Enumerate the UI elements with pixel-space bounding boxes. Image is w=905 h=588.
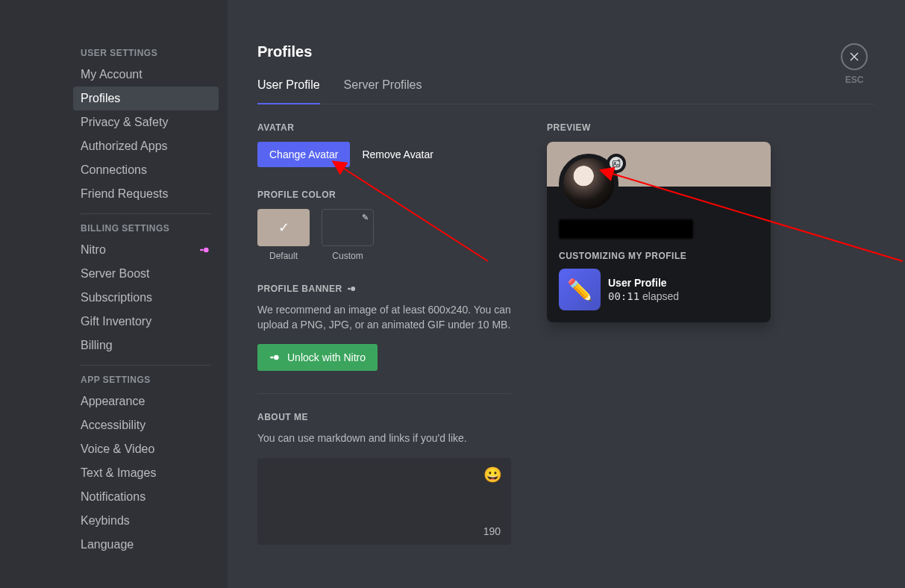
svg-point-6 xyxy=(274,355,279,360)
sidebar-item-accessibility[interactable]: Accessibility xyxy=(73,413,219,437)
profile-color-custom[interactable]: ✎ xyxy=(322,209,374,246)
svg-rect-1 xyxy=(200,249,203,251)
sidebar-item-billing[interactable]: Billing xyxy=(73,334,219,357)
pencil-icon: ✎ xyxy=(362,213,369,222)
sidebar-header-billing: BILLING SETTINGS xyxy=(73,220,219,238)
default-color-label: Default xyxy=(257,251,310,261)
custom-color-label: Custom xyxy=(322,251,374,261)
profile-tabs: User Profile Server Profiles xyxy=(257,78,875,104)
sidebar-item-nitro[interactable]: Nitro xyxy=(73,238,219,262)
upload-banner-button[interactable] xyxy=(607,154,626,173)
close-icon xyxy=(848,51,860,63)
sidebar-header-app: APP SETTINGS xyxy=(73,372,219,390)
profile-preview-card: CUSTOMIZING MY PROFILE ✏️ User Profile 0… xyxy=(547,142,771,322)
profile-color-default[interactable]: ✓ xyxy=(257,209,310,246)
sidebar-item-appearance[interactable]: Appearance xyxy=(73,390,219,413)
tab-server-profiles[interactable]: Server Profiles xyxy=(344,78,422,104)
page-title: Profiles xyxy=(257,43,875,60)
sidebar-item-notifications[interactable]: Notifications xyxy=(73,485,219,509)
emoji-picker-icon[interactable]: 😀 xyxy=(483,466,502,484)
profile-banner-header: PROFILE BANNER xyxy=(257,284,511,294)
sidebar-header-user: USER SETTINGS xyxy=(73,45,219,63)
sidebar-item-friend-requests[interactable]: Friend Requests xyxy=(73,182,219,206)
nitro-icon xyxy=(269,351,281,363)
profile-color-header: PROFILE COLOR xyxy=(257,190,511,200)
sidebar-item-profiles[interactable]: Profiles xyxy=(73,87,219,110)
svg-point-0 xyxy=(204,248,209,253)
tab-user-profile[interactable]: User Profile xyxy=(257,78,320,104)
activity-icon: ✏️ xyxy=(559,269,601,310)
nitro-icon xyxy=(199,244,211,256)
sidebar-item-subscriptions[interactable]: Subscriptions xyxy=(73,286,219,310)
about-me-help: You can use markdown and links if you'd … xyxy=(257,431,511,446)
svg-rect-8 xyxy=(613,161,619,167)
avatar-header: AVATAR xyxy=(257,122,511,133)
preview-banner xyxy=(547,142,771,187)
nitro-icon xyxy=(347,284,357,294)
svg-rect-5 xyxy=(348,288,351,290)
activity-elapsed: 00:11 elapsed xyxy=(608,290,679,302)
settings-sidebar: USER SETTINGS My Account Profiles Privac… xyxy=(0,0,228,588)
unlock-nitro-button[interactable]: Unlock with Nitro xyxy=(257,344,378,371)
sidebar-item-my-account[interactable]: My Account xyxy=(73,63,219,87)
sidebar-item-text-images[interactable]: Text & Images xyxy=(73,461,219,485)
activity-title: User Profile xyxy=(608,277,679,289)
remove-avatar-button[interactable]: Remove Avatar xyxy=(362,148,433,160)
about-me-header: ABOUT ME xyxy=(257,412,511,422)
sidebar-item-language[interactable]: Language xyxy=(73,533,219,557)
svg-point-4 xyxy=(351,287,355,291)
divider xyxy=(257,393,511,394)
close-button[interactable] xyxy=(841,43,868,70)
about-me-input[interactable]: 😀 190 xyxy=(257,458,511,545)
sidebar-item-authorized-apps[interactable]: Authorized Apps xyxy=(73,134,219,158)
sidebar-item-privacy-safety[interactable]: Privacy & Safety xyxy=(73,110,219,134)
sidebar-item-connections[interactable]: Connections xyxy=(73,158,219,182)
sidebar-separator xyxy=(81,365,211,366)
banner-help-text: We recommend an image of at least 600x24… xyxy=(257,303,511,332)
preview-customizing-label: CUSTOMIZING MY PROFILE xyxy=(559,251,759,261)
check-icon: ✓ xyxy=(278,219,289,236)
preview-header: PREVIEW xyxy=(547,122,771,133)
image-upload-icon xyxy=(611,158,621,169)
sidebar-item-server-boost[interactable]: Server Boost xyxy=(73,262,219,286)
sidebar-item-keybinds[interactable]: Keybinds xyxy=(73,509,219,533)
main-panel: ESC Profiles User Profile Server Profile… xyxy=(228,0,905,588)
svg-rect-7 xyxy=(270,357,273,359)
sidebar-item-voice-video[interactable]: Voice & Video xyxy=(73,437,219,461)
change-avatar-button[interactable]: Change Avatar xyxy=(257,142,350,167)
sidebar-separator xyxy=(81,213,211,214)
about-me-counter: 190 xyxy=(483,525,501,537)
sidebar-item-gift-inventory[interactable]: Gift Inventory xyxy=(73,310,219,334)
close-label: ESC xyxy=(845,75,864,85)
preview-username-redacted xyxy=(559,219,693,239)
